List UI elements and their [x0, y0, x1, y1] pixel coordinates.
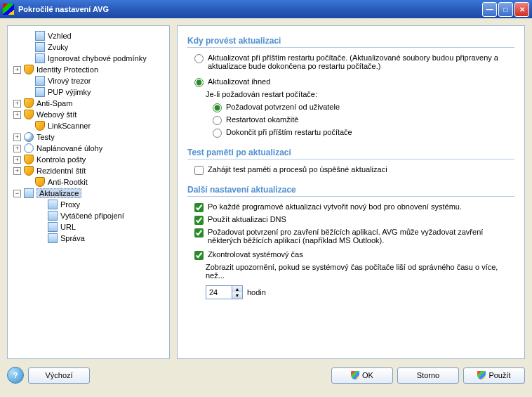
page-icon: [35, 53, 45, 63]
radio-restart-now[interactable]: Restartovat okamžitě: [213, 115, 514, 125]
window-title: Pokročilé nastavení AVG: [18, 5, 482, 13]
settings-panel: Kdy provést aktualizaci Aktualizovat při…: [177, 25, 525, 359]
tree-item-label: Kontrola pošty: [36, 155, 86, 164]
shield-icon: [24, 98, 34, 108]
tree-item[interactable]: Vytáčené připojení: [11, 210, 166, 221]
expand-icon[interactable]: +: [13, 145, 21, 152]
radio-update-immediate-label: Aktualizovat ihned: [208, 77, 270, 86]
tree-item[interactable]: −Aktualizace: [11, 188, 166, 199]
expand-icon[interactable]: +: [13, 134, 21, 141]
radio-restart-confirm-label: Požadovat potvrzení od uživatele: [226, 103, 340, 111]
check-close-apps[interactable]: Požadovat potvrzení pro zavření běžících…: [194, 228, 514, 245]
expand-icon[interactable]: +: [13, 100, 21, 108]
ok-button[interactable]: OK: [331, 367, 393, 384]
tree-item[interactable]: Proxy: [11, 199, 166, 210]
check-close-apps-input[interactable]: [194, 228, 204, 237]
check-dns[interactable]: Použít aktualizaci DNS: [194, 215, 514, 225]
tree-spacer: [25, 178, 32, 186]
section-when-title: Kdy provést aktualizaci: [187, 36, 514, 48]
tree-item-label: Rezidentní štít: [36, 167, 86, 175]
default-button[interactable]: Výchozí: [28, 367, 90, 384]
cancel-button[interactable]: Storno: [397, 367, 459, 384]
section-other-title: Další nastavení aktualizace: [187, 185, 514, 197]
page-icon: [48, 233, 58, 243]
minimize-button[interactable]: —: [482, 2, 497, 17]
help-button[interactable]: ?: [7, 367, 24, 384]
shield-icon: [24, 110, 34, 119]
close-button[interactable]: ✕: [514, 2, 529, 17]
expand-icon[interactable]: +: [13, 66, 21, 74]
hours-spin-up[interactable]: ▲: [232, 286, 242, 292]
check-memtest-input[interactable]: [194, 166, 204, 175]
tree-item-label: Testy: [36, 133, 55, 141]
tree-item-label: Ignorovat chybové podmínky: [48, 54, 147, 63]
tree-spacer: [25, 44, 32, 51]
radio-restart-confirm[interactable]: Požadovat potvrzení od uživatele: [213, 103, 514, 112]
tree-item-label: Virový trezor: [48, 77, 91, 85]
check-memtest-label: Zahájit test paměti a procesů po úspěšné…: [208, 165, 387, 174]
tree-item[interactable]: Ignorovat chybové podmínky: [11, 53, 166, 64]
tree-item[interactable]: +Testy: [11, 131, 166, 143]
tree-spacer: [25, 32, 32, 40]
expand-icon[interactable]: +: [13, 156, 21, 164]
expand-icon[interactable]: +: [13, 111, 21, 119]
tree-item-label: Webový štít: [36, 110, 77, 119]
tree-item[interactable]: Zvuky: [11, 41, 166, 53]
tree-item-label: Aktualizace: [36, 188, 81, 198]
tree-item-label: Proxy: [60, 200, 80, 209]
tree-item[interactable]: +Naplánované úlohy: [11, 143, 166, 154]
radio-restart-next[interactable]: Dokončit při příštím restartu počítače: [213, 128, 514, 138]
shield-icon: [24, 65, 34, 74]
footer: ? Výchozí OK Storno Použít: [0, 366, 532, 390]
tree-item[interactable]: +Identity Protection: [11, 64, 166, 75]
shield-icon: [35, 177, 45, 187]
hours-spinner[interactable]: ▲ ▼: [206, 285, 243, 299]
tree-item-label: Vytáčené připojení: [60, 211, 124, 220]
tree-item-label: URL: [60, 223, 76, 231]
nav-tree: VzhledZvukyIgnorovat chybové podmínky+Id…: [7, 25, 170, 359]
apply-button[interactable]: Použít: [463, 367, 525, 384]
shield-icon: [24, 166, 34, 176]
check-dns-input[interactable]: [194, 216, 204, 225]
radio-restart-now-input[interactable]: [213, 116, 222, 125]
check-restore-point-input[interactable]: [194, 203, 204, 212]
titlebar: Pokročilé nastavení AVG — □ ✕: [0, 0, 532, 18]
radio-update-on-restart-input[interactable]: [194, 54, 204, 63]
tree-item[interactable]: +Rezidentní štít: [11, 165, 166, 176]
radio-restart-confirm-input[interactable]: [213, 103, 222, 112]
maximize-button[interactable]: □: [498, 2, 513, 17]
tree-item-label: Vzhled: [48, 32, 72, 40]
shield-icon: [351, 371, 359, 379]
radio-update-on-restart[interactable]: Aktualizovat při příštím restartu počíta…: [194, 53, 514, 70]
tree-item[interactable]: +Webový štít: [11, 109, 166, 120]
shield-icon: [24, 155, 34, 164]
radio-update-immediate[interactable]: Aktualizovat ihned: [194, 77, 514, 87]
check-restore-point[interactable]: Po každé programové aktualizaci vytvořit…: [194, 202, 514, 212]
hours-input[interactable]: [206, 286, 232, 299]
tree-item[interactable]: LinkScanner: [11, 120, 166, 131]
collapse-icon[interactable]: −: [13, 190, 21, 197]
tree-item-label: LinkScanner: [48, 122, 91, 130]
tree-item-label: Naplánované úlohy: [36, 144, 102, 152]
check-memtest[interactable]: Zahájit test paměti a procesů po úspěšné…: [194, 165, 514, 175]
tree-item[interactable]: Anti-Rootkit: [11, 176, 166, 188]
check-system-time[interactable]: Zkontrolovat systémový čas: [194, 250, 514, 260]
tree-item[interactable]: +Anti-Spam: [11, 98, 166, 109]
expand-icon[interactable]: +: [13, 167, 21, 175]
tree-item[interactable]: Virový trezor: [11, 75, 166, 86]
radio-update-on-restart-label: Aktualizovat při příštím restartu počíta…: [208, 53, 514, 70]
tree-spacer: [37, 223, 45, 231]
tree-spacer: [37, 235, 45, 242]
tree-item[interactable]: +Kontrola pošty: [11, 154, 166, 165]
tree-item[interactable]: URL: [11, 221, 166, 233]
tree-spacer: [25, 77, 32, 85]
radio-update-immediate-input[interactable]: [194, 78, 204, 87]
shield-icon: [35, 121, 45, 131]
radio-restart-next-input[interactable]: [213, 129, 222, 138]
hours-spin-down[interactable]: ▼: [232, 292, 242, 299]
check-system-time-label: Zkontrolovat systémový čas: [208, 250, 303, 259]
tree-item[interactable]: Vzhled: [11, 30, 166, 41]
tree-item[interactable]: Správa: [11, 233, 166, 244]
tree-item[interactable]: PUP výjimky: [11, 86, 166, 98]
check-system-time-input[interactable]: [194, 251, 204, 260]
